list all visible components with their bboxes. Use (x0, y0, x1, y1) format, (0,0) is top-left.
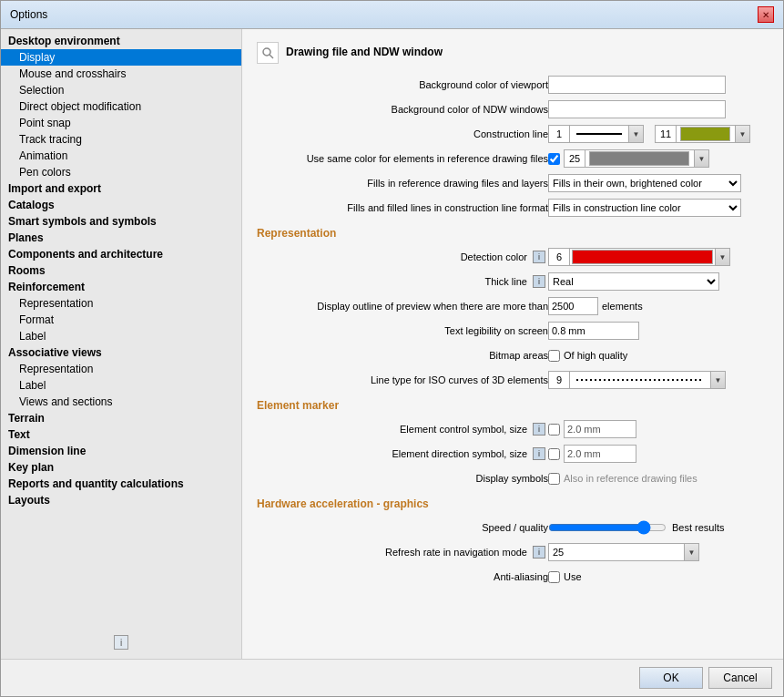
bg-ndw-input[interactable] (548, 100, 726, 118)
sidebar-item-selection[interactable]: Selection (1, 82, 241, 98)
sidebar-item-desktop-env[interactable]: Desktop environment (1, 33, 241, 49)
sidebar-item-assoc-rep[interactable]: Representation (1, 361, 241, 377)
sidebar-item-point-snap[interactable]: Point snap (1, 115, 241, 131)
fills-construction-row: Fills and filled lines in construction l… (257, 198, 769, 218)
refresh-rate-dropdown[interactable]: ▼ (685, 543, 699, 561)
use-same-color-checkbox[interactable] (548, 153, 560, 165)
sidebar-item-terrain[interactable]: Terrain (1, 410, 241, 426)
info-icon[interactable]: i (114, 635, 128, 650)
refresh-rate-info[interactable]: i (533, 546, 545, 559)
sidebar-item-direct-object[interactable]: Direct object modification (1, 98, 241, 115)
thick-line-select[interactable]: Real (548, 272, 719, 291)
display-outline-row: Display outline of preview when there ar… (257, 296, 769, 316)
control-symbol-info[interactable]: i (533, 423, 545, 436)
thick-line-row: Thick line i Real (257, 272, 769, 292)
sidebar-item-dimension-line[interactable]: Dimension line (1, 443, 241, 459)
sidebar-item-import-export[interactable]: Import and export (1, 180, 241, 197)
bg-ndw-control (548, 100, 769, 118)
sidebar-item-components[interactable]: Components and architecture (1, 246, 241, 262)
direction-symbol-checkbox[interactable] (548, 448, 560, 460)
construction-line-label: Construction line (257, 128, 548, 139)
dialog-title: Options (10, 8, 47, 21)
fills-reference-row: Fills in reference drawing files and lay… (257, 173, 769, 193)
bg-ndw-row: Background color of NDW windows (257, 99, 769, 119)
fills-reference-label: Fills in reference drawing files and lay… (257, 178, 548, 189)
direction-symbol-control (548, 445, 769, 463)
sidebar-item-mouse[interactable]: Mouse and crosshairs (1, 66, 241, 82)
bitmap-areas-label: Bitmap areas (257, 350, 548, 361)
same-color-num-wrap: 25 ▼ (564, 149, 709, 168)
ok-button[interactable]: OK (639, 667, 703, 689)
display-outline-input[interactable] (548, 297, 598, 315)
bitmap-areas-checkbox[interactable] (548, 350, 560, 362)
sidebar-item-display[interactable]: Display (1, 49, 241, 66)
control-symbol-input[interactable] (564, 420, 636, 438)
sidebar-item-rooms[interactable]: Rooms (1, 262, 241, 279)
sidebar-item-reinforcement-fmt[interactable]: Format (1, 312, 241, 328)
line-type-num-wrap: 9 ▼ (548, 371, 726, 389)
bg-viewport-row: Background color of viewport (257, 75, 769, 95)
section-title: Drawing file and NDW window (286, 46, 443, 58)
sidebar-item-animation[interactable]: Animation (1, 148, 241, 164)
thick-line-info[interactable]: i (533, 275, 545, 288)
sidebar-item-layouts[interactable]: Layouts (1, 492, 241, 508)
sidebar-item-catalogs[interactable]: Catalogs (1, 197, 241, 213)
construction-line-num1-wrap: 1 ▼ (548, 125, 644, 143)
sidebar-item-assoc-lbl[interactable]: Label (1, 377, 241, 394)
line-type-dropdown[interactable]: ▼ (711, 371, 726, 389)
construction-line-dropdown2[interactable]: ▼ (736, 125, 750, 143)
hardware-heading: Hardware acceleration - graphics (257, 497, 769, 510)
sidebar: Desktop environment Display Mouse and cr… (1, 29, 242, 659)
construction-line-control: 1 ▼ 11 ▼ (548, 125, 769, 143)
sidebar-item-reports[interactable]: Reports and quantity calculations (1, 476, 241, 492)
anti-aliasing-checkbox[interactable] (548, 571, 560, 583)
representation-heading: Representation (257, 227, 769, 240)
display-symbols-label: Display symbols (257, 473, 548, 484)
sidebar-item-reinforcement-rep[interactable]: Representation (1, 295, 241, 312)
detection-color-info[interactable]: i (533, 251, 545, 263)
sidebar-item-planes[interactable]: Planes (1, 230, 241, 246)
refresh-rate-value: 25 (548, 543, 685, 561)
detection-color-dropdown[interactable]: ▼ (716, 248, 730, 266)
construction-line-row: Construction line 1 ▼ 11 (257, 124, 769, 144)
fills-reference-control: Fills in their own, brightened color (548, 174, 769, 192)
speed-quality-result: Best results (672, 522, 724, 533)
refresh-rate-row: Refresh rate in navigation mode i 25 ▼ (257, 542, 769, 562)
speed-quality-slider[interactable] (548, 520, 667, 535)
dialog-body: Desktop environment Display Mouse and cr… (1, 29, 783, 659)
sidebar-item-text[interactable]: Text (1, 426, 241, 443)
thick-line-control: Real (548, 272, 769, 291)
sidebar-item-track-tracing[interactable]: Track tracing (1, 131, 241, 148)
sidebar-bottom: i (1, 630, 241, 655)
detection-color-row: Detection color i 6 ▼ (257, 247, 769, 267)
cancel-button[interactable]: Cancel (708, 667, 772, 689)
direction-symbol-input[interactable] (564, 445, 636, 463)
display-symbols-control: Also in reference drawing files (548, 473, 769, 485)
control-symbol-checkbox[interactable] (548, 424, 560, 436)
anti-aliasing-value: Use (564, 571, 582, 582)
use-same-color-label: Use same color for elements in reference… (257, 153, 548, 164)
sidebar-item-reinforcement-lbl[interactable]: Label (1, 328, 241, 344)
sidebar-item-views-sections[interactable]: Views and sections (1, 394, 241, 410)
fills-construction-select[interactable]: Fills in construction line color (548, 199, 741, 217)
fills-reference-select[interactable]: Fills in their own, brightened color (548, 174, 741, 192)
sidebar-item-reinforcement[interactable]: Reinforcement (1, 279, 241, 295)
svg-point-0 (263, 48, 270, 56)
sidebar-item-key-plan[interactable]: Key plan (1, 459, 241, 476)
search-icon[interactable] (257, 42, 279, 64)
sidebar-item-assoc-views[interactable]: Associative views (1, 344, 241, 361)
sidebar-item-pen-colors[interactable]: Pen colors (1, 164, 241, 180)
svg-line-1 (270, 55, 273, 58)
construction-line-num1: 1 (548, 125, 570, 143)
direction-symbol-label: Element direction symbol, size (392, 448, 527, 459)
same-color-dropdown[interactable]: ▼ (695, 149, 709, 168)
close-button[interactable]: ✕ (758, 6, 774, 23)
construction-line-dropdown1[interactable]: ▼ (629, 125, 644, 143)
construction-line-num2: 11 (655, 125, 677, 143)
direction-symbol-info[interactable]: i (533, 447, 545, 460)
bg-viewport-input[interactable] (548, 76, 726, 94)
text-legibility-input[interactable] (548, 322, 639, 340)
sidebar-item-smart-symbols[interactable]: Smart symbols and symbols (1, 213, 241, 230)
refresh-rate-wrap: 25 ▼ (548, 543, 699, 561)
display-symbols-checkbox[interactable] (548, 473, 560, 485)
